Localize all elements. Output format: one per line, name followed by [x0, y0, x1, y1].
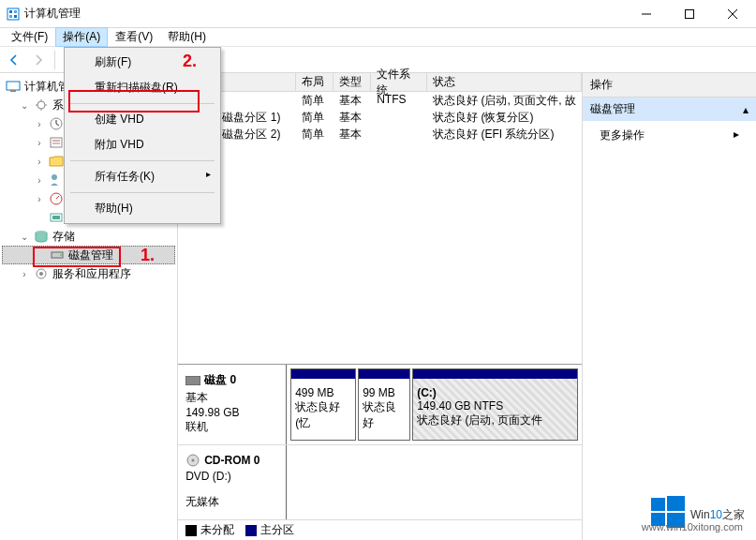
expand-icon[interactable]: › — [34, 157, 45, 167]
partition-active[interactable]: (C:)149.40 GB NTFS状态良好 (启动, 页面文件 — [412, 368, 578, 441]
svg-rect-14 — [10, 90, 16, 92]
svg-rect-2 — [14, 10, 17, 13]
dropdown-refresh[interactable]: 刷新(F) — [67, 50, 218, 75]
more-actions[interactable]: 更多操作 ▸ — [583, 122, 756, 149]
svg-rect-3 — [9, 15, 12, 18]
menu-action[interactable]: 操作(A) — [55, 27, 108, 47]
col-layout[interactable]: 布局 — [296, 73, 334, 91]
forward-button[interactable] — [28, 50, 49, 70]
svg-point-28 — [39, 272, 43, 276]
users-icon — [49, 172, 64, 188]
maximize-button[interactable] — [668, 0, 711, 28]
perf-icon — [49, 191, 64, 206]
svg-rect-23 — [52, 216, 60, 219]
minimize-button[interactable] — [625, 0, 668, 28]
watermark: Win10之家 www.win10xitong.com — [651, 495, 745, 529]
tree-services[interactable]: › 服务和应用程序 — [2, 264, 175, 283]
partition[interactable]: 499 MB状态良好 (忆 — [290, 368, 356, 441]
svg-rect-6 — [686, 9, 694, 18]
volume-list: (C:) 简单 基本 NTFS 状态良好 (启动, 页面文件, 故 (磁盘 0 … — [178, 92, 582, 364]
tree-diskmgmt[interactable]: 磁盘管理 — [2, 246, 175, 264]
tools-icon — [34, 98, 49, 112]
svg-rect-1 — [9, 10, 12, 13]
services-icon — [34, 266, 49, 281]
expand-icon[interactable]: › — [34, 175, 45, 186]
expand-icon[interactable]: › — [34, 138, 45, 148]
actions-section[interactable]: 磁盘管理 ▴ — [583, 98, 756, 122]
device-icon — [49, 210, 64, 225]
cdrom-icon — [185, 453, 200, 468]
hdd-icon — [185, 376, 200, 385]
col-fs[interactable]: 文件系统 — [371, 73, 427, 91]
volume-row[interactable]: (磁盘 0 磁盘分区 2) 简单 基本 状态良好 (EFI 系统分区) — [178, 126, 582, 142]
svg-rect-4 — [14, 15, 17, 18]
legend: 未分配 主分区 — [178, 519, 582, 540]
collapse-icon: ▴ — [743, 103, 749, 116]
svg-point-31 — [192, 459, 195, 462]
folder-icon — [49, 154, 64, 169]
svg-rect-33 — [667, 496, 685, 511]
expand-icon[interactable]: › — [34, 194, 45, 204]
disk-row[interactable]: 磁盘 0 基本 149.98 GB 联机 499 MB状态良好 (忆 99 MB… — [178, 365, 582, 445]
svg-rect-17 — [51, 138, 62, 147]
content-panel: 卷 布局 类型 文件系统 状态 (C:) 简单 基本 NTFS 状态良好 (启动… — [178, 73, 583, 540]
dropdown-all-tasks[interactable]: 所有任务(K)▸ — [67, 164, 218, 189]
svg-point-26 — [60, 254, 62, 256]
menu-help[interactable]: 帮助(H) — [160, 27, 214, 47]
submenu-arrow-icon: ▸ — [734, 128, 739, 143]
col-status[interactable]: 状态 — [427, 73, 582, 91]
partition[interactable]: 99 MB状态良好 — [358, 368, 410, 441]
submenu-arrow-icon: ▸ — [206, 169, 211, 179]
event-icon — [49, 135, 64, 150]
action-dropdown: 刷新(F) 重新扫描磁盘(R) 创建 VHD 附加 VHD 所有任务(K)▸ 帮… — [64, 47, 221, 224]
disk-graphical-view: 磁盘 0 基本 149.98 GB 联机 499 MB状态良好 (忆 99 MB… — [178, 364, 582, 519]
svg-rect-29 — [185, 376, 200, 385]
tree-label: 存储 — [52, 229, 75, 245]
disk-info: 磁盘 0 基本 149.98 GB 联机 — [178, 365, 287, 444]
dropdown-attach-vhd[interactable]: 附加 VHD — [67, 132, 218, 158]
menu-file[interactable]: 文件(F) — [4, 27, 55, 47]
cdrom-row[interactable]: CD-ROM 0 DVD (D:) 无媒体 — [178, 445, 582, 519]
close-button[interactable] — [711, 0, 754, 28]
tree-storage[interactable]: ⌄ 存储 — [2, 227, 175, 246]
volume-row[interactable]: (磁盘 0 磁盘分区 1) 简单 基本 状态良好 (恢复分区) — [178, 109, 582, 126]
titlebar: 计算机管理 — [0, 0, 756, 28]
tree-label: 磁盘管理 — [68, 248, 113, 263]
svg-rect-13 — [7, 82, 20, 90]
tree-label: 服务和应用程序 — [52, 266, 131, 282]
expand-icon[interactable]: ⌄ — [19, 232, 30, 242]
back-button[interactable] — [4, 50, 24, 70]
actions-panel: 操作 磁盘管理 ▴ 更多操作 ▸ — [583, 73, 756, 540]
actions-header: 操作 — [583, 73, 756, 98]
expand-icon[interactable]: ⌄ — [19, 100, 30, 111]
clock-icon — [49, 116, 64, 131]
expand-icon[interactable]: › — [19, 269, 30, 279]
svg-point-15 — [37, 101, 45, 109]
svg-rect-0 — [7, 8, 19, 20]
disk-icon — [50, 248, 65, 262]
volume-row[interactable]: (C:) 简单 基本 NTFS 状态良好 (启动, 页面文件, 故 — [178, 92, 582, 109]
col-type[interactable]: 类型 — [334, 73, 371, 91]
app-icon — [6, 7, 21, 22]
window-title: 计算机管理 — [24, 6, 625, 22]
dropdown-rescan[interactable]: 重新扫描磁盘(R) — [67, 75, 218, 100]
computer-icon — [6, 79, 21, 94]
svg-rect-32 — [651, 498, 665, 511]
dropdown-create-vhd[interactable]: 创建 VHD — [67, 107, 218, 132]
menubar: 文件(F) 操作(A) 查看(V) 帮助(H) — [0, 28, 756, 47]
dropdown-help[interactable]: 帮助(H) — [67, 196, 218, 221]
svg-point-20 — [52, 174, 57, 180]
volume-header: 卷 布局 类型 文件系统 状态 — [178, 73, 582, 92]
cdrom-info: CD-ROM 0 DVD (D:) 无媒体 — [178, 445, 287, 519]
expand-icon[interactable]: › — [34, 119, 45, 129]
storage-icon — [34, 229, 49, 244]
menu-view[interactable]: 查看(V) — [108, 27, 160, 47]
